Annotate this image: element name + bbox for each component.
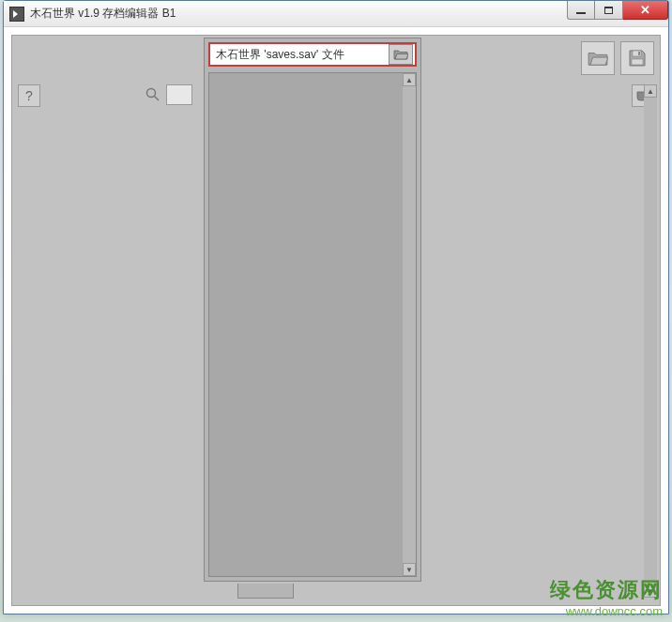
app-window: 木石世界 v1.9 存档编辑器 B1 ✕ — [3, 0, 669, 614]
scroll-up-button[interactable]: ▲ — [403, 73, 416, 86]
client-area: ? 木石世界 'saves.sav' 文件 — [11, 35, 661, 606]
main-scrollbar[interactable]: ▲ ▼ — [644, 84, 657, 598]
minimize-button[interactable] — [567, 1, 595, 20]
floppy-disk-icon — [628, 49, 647, 68]
file-path-input[interactable]: 木石世界 'saves.sav' 文件 — [210, 47, 389, 63]
save-list-area[interactable]: ▲ ▼ — [208, 72, 417, 577]
folder-icon — [588, 50, 608, 67]
open-folder-button[interactable] — [581, 41, 615, 75]
toolbar-top — [581, 41, 654, 75]
center-panel: 木石世界 'saves.sav' 文件 ▲ ▼ — [204, 38, 421, 582]
search-icon — [145, 87, 160, 102]
search-input[interactable] — [166, 84, 192, 105]
scroll-down-button[interactable]: ▼ — [644, 584, 657, 598]
help-button[interactable]: ? — [18, 84, 40, 107]
browse-button[interactable] — [389, 44, 413, 65]
scroll-down-button[interactable]: ▼ — [403, 563, 416, 576]
left-controls: ? — [18, 84, 40, 107]
save-button[interactable] — [620, 41, 654, 75]
file-input-row: 木石世界 'saves.sav' 文件 — [208, 42, 417, 67]
svg-rect-2 — [632, 59, 643, 65]
search-area — [144, 84, 192, 105]
close-button[interactable]: ✕ — [623, 1, 668, 20]
maximize-button[interactable] — [595, 1, 623, 20]
titlebar[interactable]: 木石世界 v1.9 存档编辑器 B1 ✕ — [4, 1, 668, 27]
svg-line-4 — [155, 97, 160, 101]
search-button[interactable] — [144, 85, 162, 104]
window-controls: ✕ — [567, 1, 668, 20]
list-scrollbar[interactable]: ▲ ▼ — [403, 73, 416, 576]
app-icon — [9, 7, 24, 22]
svg-rect-1 — [638, 52, 640, 55]
folder-icon — [393, 49, 408, 60]
svg-point-3 — [147, 89, 156, 98]
bottom-tab[interactable] — [237, 584, 294, 599]
scroll-up-button[interactable]: ▲ — [644, 84, 657, 98]
window-title: 木石世界 v1.9 存档编辑器 B1 — [30, 6, 176, 22]
